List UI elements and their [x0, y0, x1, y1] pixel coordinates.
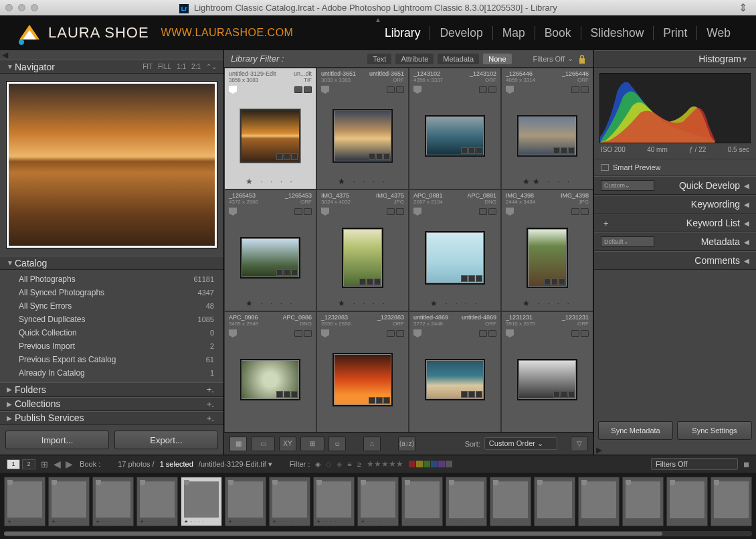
thumbnail[interactable]	[342, 228, 383, 288]
rotate-cw-icon[interactable]	[304, 330, 312, 337]
filmstrip-cell[interactable]: ★ · · · ·	[48, 477, 90, 526]
catalog-item[interactable]: Previous Import2	[0, 339, 223, 353]
filter-tab-none[interactable]: None	[483, 54, 511, 64]
grid-cell[interactable]: untitled-4869 untitled-4869 3772 x 2448O…	[409, 311, 501, 432]
folders-header[interactable]: ▶ Folders +.	[0, 382, 223, 396]
label-red[interactable]	[409, 461, 415, 467]
rotate-cw-icon[interactable]	[396, 208, 404, 215]
sync-metadata-button[interactable]: Sync Metadata	[598, 421, 673, 440]
badge-icon[interactable]	[276, 153, 283, 160]
current-file[interactable]: /untitled-3129-Edit.tif ▾	[199, 460, 272, 469]
footer-filter-preset[interactable]: Filters Off	[651, 458, 738, 470]
flag-icon[interactable]	[506, 329, 514, 337]
flag-icon[interactable]	[321, 329, 329, 337]
badge-icon[interactable]	[367, 279, 373, 285]
rating-row[interactable]: ★ · · · ·	[502, 299, 593, 311]
module-web[interactable]: Web	[697, 26, 740, 40]
quick-develop-preset[interactable]: Custom ⌄	[601, 180, 654, 191]
rating-row[interactable]	[409, 177, 500, 189]
rating-row[interactable]: ★ · · · ·	[317, 177, 408, 189]
keyword-add-icon[interactable]: +	[601, 218, 611, 228]
rotate-cw-icon[interactable]	[304, 86, 312, 93]
flag-icon[interactable]	[413, 208, 421, 216]
label-purple[interactable]	[438, 461, 445, 467]
navigator-header[interactable]: ▼ Navigator FIT FILL 1:1 2:1 ⌃⌄	[0, 60, 223, 74]
publish-header[interactable]: ▶ Publish Services +.	[0, 411, 223, 425]
catalog-item[interactable]: All Sync Errors48	[0, 299, 223, 313]
filmstrip-cell[interactable]: ★ · · · ·	[181, 477, 222, 526]
filmstrip-cell[interactable]: ★ · · · ·	[92, 477, 134, 526]
badge-icon[interactable]	[276, 269, 283, 276]
zoom-fill[interactable]: FILL	[158, 63, 171, 70]
sort-select[interactable]: Custom Order ⌄	[484, 437, 557, 450]
module-develop[interactable]: Develop	[430, 26, 492, 40]
flag-icon[interactable]	[506, 86, 514, 94]
catalog-item[interactable]: All Synced Photographs4347	[0, 286, 223, 299]
badge-icon[interactable]	[568, 391, 575, 398]
badge-icon[interactable]	[284, 153, 290, 160]
module-slideshow[interactable]: Slideshow	[581, 26, 654, 40]
badge-icon[interactable]	[561, 391, 567, 398]
badge-icon[interactable]	[284, 269, 290, 276]
lock-icon[interactable]	[577, 54, 587, 64]
rotate-ccw-icon[interactable]	[479, 86, 487, 93]
filmstrip-scrollbar[interactable]	[4, 531, 752, 536]
catalog-header[interactable]: ▼ Catalog	[0, 256, 223, 270]
quick-develop-header[interactable]: Custom ⌄ Quick Develop ◀	[594, 176, 756, 195]
prev-arrow-icon[interactable]: ◀	[52, 459, 62, 469]
flag-icon[interactable]	[413, 329, 421, 337]
rating-row[interactable]: ★ · · · ·	[225, 299, 316, 311]
rotate-cw-icon[interactable]	[488, 208, 496, 215]
navigator-preview[interactable]	[7, 82, 217, 248]
filmstrip-cell[interactable]: ★ · · · ·	[313, 477, 355, 526]
badge-icon[interactable]	[559, 279, 565, 285]
thumbnail[interactable]	[517, 115, 577, 157]
flag-picked-icon[interactable]: ◈	[315, 460, 320, 469]
keywording-header[interactable]: Keywording ◀	[594, 195, 756, 214]
comments-header[interactable]: Comments ◀	[594, 251, 756, 270]
badge-icon[interactable]	[568, 147, 575, 154]
flag-icon[interactable]	[229, 86, 237, 94]
minimize-dot[interactable]	[18, 4, 25, 11]
flag-icon[interactable]	[413, 86, 421, 94]
badge-icon[interactable]	[376, 153, 383, 160]
grid-cell[interactable]: _1243102 _1243102 4356 x 3337ORF	[409, 68, 501, 189]
grid-icon[interactable]: ⊞	[41, 459, 47, 469]
badge-icon[interactable]	[376, 397, 383, 404]
second-window-icon[interactable]: 2	[22, 459, 35, 469]
flag-icon[interactable]	[229, 329, 237, 337]
badge-icon[interactable]	[284, 391, 290, 398]
label-yellow[interactable]	[416, 461, 423, 467]
grid-view-icon[interactable]: ▦	[229, 437, 247, 451]
catalog-item[interactable]: Already In Catalog1	[0, 366, 223, 380]
rating-row[interactable]	[409, 420, 500, 432]
zoom-dropdown-icon[interactable]: ⌃⌄	[206, 63, 217, 70]
catalog-item[interactable]: All Photographs61181	[0, 273, 223, 286]
thumbnail[interactable]	[527, 228, 568, 288]
catalog-item[interactable]: Previous Export as Catalog61	[0, 353, 223, 366]
export-button[interactable]: Export...	[114, 431, 218, 449]
rating-row[interactable]	[225, 420, 316, 432]
rotate-cw-icon[interactable]	[581, 208, 589, 215]
module-map[interactable]: Map	[493, 26, 535, 40]
close-dot[interactable]	[5, 4, 13, 11]
toolbar-menu-icon[interactable]: ▽	[571, 437, 588, 451]
module-library[interactable]: Library	[375, 26, 431, 40]
filter-equals-icon[interactable]: ≡	[347, 460, 351, 468]
grid-cell[interactable]: APC_0986 APC_0986 3495 x 2949DNG	[224, 311, 316, 432]
zoom-1to1[interactable]: 1:1	[177, 63, 186, 70]
badge-icon[interactable]	[276, 391, 283, 398]
badge-icon[interactable]	[476, 391, 482, 398]
rotate-ccw-icon[interactable]	[294, 86, 302, 93]
badge-icon[interactable]	[461, 275, 468, 282]
badge-icon[interactable]	[461, 391, 468, 398]
thumbnail[interactable]	[425, 359, 485, 400]
collections-header[interactable]: ▶ Collections +.	[0, 397, 223, 411]
filter-tab-metadata[interactable]: Metadata	[438, 54, 479, 64]
rotate-ccw-icon[interactable]	[387, 86, 395, 93]
rotate-ccw-icon[interactable]	[387, 330, 395, 337]
sort-direction-icon[interactable]: (a↕z)	[398, 437, 415, 451]
metadata-preset[interactable]: Default ⌄	[601, 236, 654, 247]
rotate-cw-icon[interactable]	[396, 330, 404, 337]
rotate-cw-icon[interactable]	[581, 86, 589, 93]
